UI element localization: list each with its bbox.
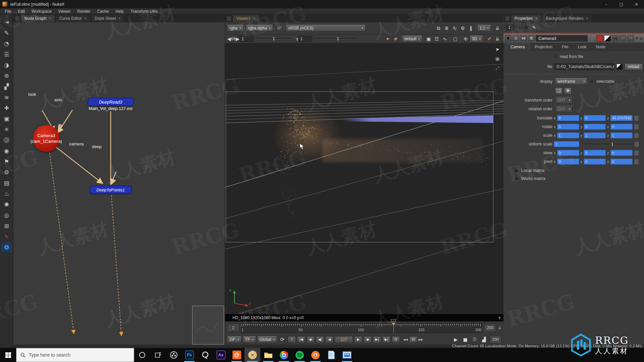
taskbar-spotify-icon[interactable] [292, 348, 308, 362]
scale-z-field[interactable]: 1 [610, 132, 633, 138]
settings-gear-icon[interactable]: ⚙ [459, 25, 467, 32]
node-tab-node[interactable]: Node [591, 44, 610, 50]
gain-prev-icon[interactable]: ◀ [227, 36, 231, 42]
grid-hash-icon[interactable]: # [392, 36, 400, 42]
burst-icon[interactable]: ✺ [2, 199, 12, 209]
close-icon[interactable]: ✕ [84, 17, 87, 20]
float-panel-icon[interactable]: ⧉ [640, 36, 643, 41]
stop-icon[interactable]: ■ [461, 336, 469, 343]
cortana-icon[interactable] [134, 348, 150, 362]
merge-icon[interactable]: ≡ [2, 92, 12, 102]
menu-item-edit[interactable]: Edit [14, 8, 28, 14]
menu-item-transform-utils[interactable]: Transform Utils [127, 8, 161, 14]
close-icon[interactable]: ✕ [586, 17, 589, 20]
alpha-dropdown[interactable]: rgba.alpha▾ [246, 25, 273, 32]
taskbar-houdini-icon[interactable]: @ [229, 348, 245, 362]
pivot-y-field[interactable]: 0 [584, 159, 606, 165]
lut-dropdown[interactable]: sRGB (ACES)▾ [286, 25, 366, 32]
gamma-input[interactable]: 1 [298, 36, 312, 42]
close-icon[interactable]: ✕ [253, 17, 256, 20]
timeline-ruler[interactable]: 127 150100150200 [241, 323, 482, 333]
refresh-icon[interactable]: ↻ [451, 25, 459, 32]
node-deepread3[interactable]: DeepRead3 Main_Vol_deep.127.exr [88, 98, 133, 111]
translate-y-field[interactable]: 0 [584, 115, 606, 121]
playback-end-field[interactable]: 200 [489, 336, 501, 344]
axis-handles-icon[interactable]: ✥ [564, 87, 572, 94]
tab-node-graph[interactable]: Node Graph✕ [21, 15, 55, 22]
plugin-red-icon[interactable]: ✎ [2, 232, 12, 242]
loop-mode-icon[interactable]: ⟳ [278, 336, 286, 343]
lock-camera-icon[interactable]: ▣ [425, 36, 433, 42]
info-dropdown-icon[interactable]: ▼ [498, 316, 501, 320]
taskbar-search[interactable]: Type here to search [16, 348, 134, 362]
gain-next-icon[interactable]: ▶ [235, 36, 239, 42]
channel-icon[interactable]: ☰ [2, 49, 12, 59]
spotlight-icon[interactable]: ✦ [384, 36, 392, 42]
taskbar-video-icon[interactable] [339, 348, 355, 362]
rotate-x-field[interactable]: 0 [557, 124, 579, 130]
transform-order-dropdown[interactable]: SRT▾ [555, 97, 573, 104]
task-view-icon[interactable] [150, 348, 166, 362]
menu-item-file[interactable]: File [1, 8, 14, 14]
filter-icon[interactable]: ⊚ [2, 71, 12, 81]
node-tab-file[interactable]: File [557, 44, 573, 50]
help-icon[interactable]: ? [636, 36, 638, 41]
menu-item-workspace[interactable]: Workspace [28, 8, 55, 14]
goto-start-button[interactable]: |◀ [297, 336, 305, 343]
world-matrix-row[interactable]: ▶ World matrix [516, 176, 545, 181]
step-forward-button[interactable]: ▶| [373, 336, 381, 343]
uniform-scale-slider[interactable] [582, 144, 632, 145]
file-browse-icon[interactable] [616, 64, 623, 70]
calc-icon[interactable]: ⊞ [2, 221, 12, 231]
undo-icon[interactable]: ↶ [620, 35, 626, 42]
menu-item-viewer[interactable]: Viewer [55, 8, 74, 14]
read-from-file-checkbox[interactable]: ✕ [554, 54, 557, 59]
gizmo-wrench-icon[interactable]: ⚒ [528, 35, 535, 42]
taskbar-blender-icon[interactable] [308, 348, 323, 362]
viewer-3d-viewport[interactable]: Y X ➤ ▣ ⤢ [225, 43, 503, 314]
clear-panels-icon[interactable]: ⊠ [525, 25, 529, 30]
time-icon[interactable]: ◔ [2, 39, 12, 49]
goto-end-button[interactable]: ▶| [382, 336, 390, 343]
particles-icon[interactable]: ✳ [2, 124, 12, 134]
edit-pencil-icon[interactable]: ✎ [532, 25, 536, 30]
display-mode-icon[interactable]: ⧉ [435, 25, 443, 32]
translate-z-field[interactable]: 43.3707992 [610, 115, 633, 121]
collapse-chevrons-icon[interactable]: ⇊ [493, 36, 501, 42]
scene-graph-icon[interactable]: ✣ [462, 36, 470, 42]
channels-dropdown[interactable]: rgba▾ [227, 25, 244, 32]
taskbar-explorer-icon[interactable] [260, 348, 276, 362]
translate-anim-button[interactable] [634, 115, 639, 121]
rotate-z-field[interactable]: 0 [610, 124, 633, 130]
redo-icon[interactable]: ↷ [627, 35, 634, 42]
skew-anim-button[interactable] [634, 150, 639, 156]
max-panels-field[interactable]: 1 [506, 24, 514, 31]
tab-properties[interactable]: Properties ✕ [511, 15, 541, 22]
rotate-anim-button[interactable] [634, 124, 639, 130]
hide-input-icon[interactable]: ⋈ [520, 35, 527, 42]
translate-x-field[interactable]: 0 [557, 115, 579, 121]
next-keyframe-button[interactable]: ·▶ [364, 336, 372, 343]
taskbar-notepad-icon[interactable] [323, 348, 339, 362]
range-start-input[interactable]: 1 [227, 324, 239, 332]
3d-icon[interactable]: ▣ [2, 114, 12, 124]
expand-caret-icon[interactable]: ▶ [516, 169, 518, 172]
rotation-order-dropdown[interactable]: ZXY▾ [555, 106, 573, 112]
close-icon[interactable]: ✕ [118, 17, 121, 20]
maximize-button[interactable]: ▢ [614, 0, 629, 8]
view-mode-dropdown[interactable]: 3D▾ [470, 36, 483, 42]
node-graph-minimap[interactable] [192, 306, 224, 345]
image-icon[interactable]: ⇥ [2, 17, 12, 27]
menu-item-render[interactable]: Render [74, 8, 94, 14]
pivot-x-field[interactable]: 0 [557, 159, 579, 165]
close-icon[interactable]: ✕ [49, 17, 51, 20]
step-up-icon[interactable]: ▶▶ [419, 338, 423, 341]
fps-dropdown[interactable]: 24*▾ [227, 336, 241, 343]
menu-item-help[interactable]: Help [112, 8, 127, 14]
step-down-icon[interactable]: ◀◀ [403, 338, 408, 341]
taskbar-pureref-icon[interactable] [197, 348, 213, 362]
panel-menu-icon[interactable]: ∷ [226, 16, 231, 21]
menu-item-cache[interactable]: Cache [94, 8, 112, 14]
input-process-button[interactable]: IP [275, 25, 283, 32]
skew-x-field[interactable]: 0 [557, 150, 579, 156]
